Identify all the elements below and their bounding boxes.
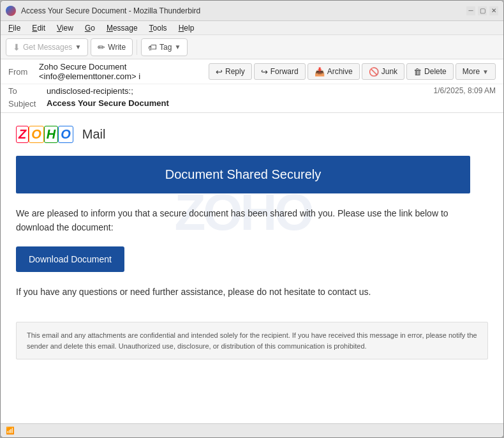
title-bar: Access Your Secure Document - Mozilla Th… bbox=[1, 1, 503, 21]
forward-icon: ↪ bbox=[261, 67, 268, 77]
forward-button[interactable]: ↪ Forward bbox=[254, 63, 306, 80]
tag-icon: 🏷 bbox=[148, 42, 157, 52]
from-value: Zoho Secure Document <info@elementtoner.… bbox=[39, 62, 209, 81]
menu-view[interactable]: View bbox=[52, 22, 78, 34]
menu-message[interactable]: Message bbox=[101, 22, 143, 34]
from-row: From Zoho Secure Document <info@elementt… bbox=[1, 59, 503, 84]
more-dropdown-arrow: ▼ bbox=[482, 68, 489, 75]
reply-button[interactable]: ↩ Reply bbox=[209, 63, 252, 80]
menu-help[interactable]: Help bbox=[174, 22, 200, 34]
zoho-logo: Z O H O bbox=[16, 126, 73, 143]
download-document-button[interactable]: Download Document bbox=[16, 246, 124, 272]
subject-value: Access Your Secure Document bbox=[47, 98, 496, 108]
zoho-o2: O bbox=[58, 126, 73, 143]
email-action-buttons: ↩ Reply ↪ Forward 📥 Archive 🚫 Junk 🗑 bbox=[209, 63, 496, 80]
footer-text: If you have any questions or need furthe… bbox=[16, 285, 470, 299]
tag-button[interactable]: 🏷 Tag ▼ bbox=[141, 38, 188, 56]
zoho-o1: O bbox=[29, 126, 44, 143]
minimize-button[interactable]: ─ bbox=[466, 6, 475, 15]
from-label: From bbox=[8, 67, 39, 77]
write-icon: ✏ bbox=[98, 42, 105, 52]
subject-label: Subject bbox=[8, 98, 47, 109]
disclaimer-text: This email and any attachments are confi… bbox=[16, 322, 488, 359]
window-controls: ─ ▢ ✕ bbox=[466, 6, 498, 15]
get-messages-icon: ⬇ bbox=[13, 42, 20, 52]
junk-icon: 🚫 bbox=[369, 67, 379, 77]
email-header: From Zoho Secure Document <info@elementt… bbox=[1, 59, 503, 113]
delete-button[interactable]: 🗑 Delete bbox=[406, 63, 454, 80]
app-window: Access Your Secure Document - Mozilla Th… bbox=[0, 0, 504, 438]
get-messages-dropdown-arrow: ▼ bbox=[75, 43, 81, 50]
app-icon bbox=[6, 6, 16, 16]
verified-icon: i bbox=[138, 72, 140, 81]
zoho-logo-header: Z O H O Mail bbox=[16, 126, 470, 143]
email-date: 1/6/2025, 8:09 AM bbox=[434, 86, 496, 95]
wifi-icon: 📶 bbox=[6, 427, 15, 435]
toolbar: ⬇ Get Messages ▼ ✏ Write 🏷 Tag ▼ bbox=[1, 35, 503, 59]
reply-icon: ↩ bbox=[216, 67, 223, 77]
delete-icon: 🗑 bbox=[413, 67, 422, 77]
menu-bar: File Edit View Go Message Tools Help bbox=[1, 21, 503, 35]
menu-file[interactable]: File bbox=[3, 22, 26, 34]
to-value: undisclosed-recipients:; bbox=[47, 86, 434, 96]
zoho-mail-label: Mail bbox=[82, 127, 106, 142]
tag-dropdown-arrow: ▼ bbox=[174, 43, 181, 50]
zoho-h: H bbox=[44, 126, 58, 143]
email-body: ZOHO Z O H O Mail Document Shared Secure… bbox=[1, 113, 485, 312]
document-banner: Document Shared Securely bbox=[16, 156, 470, 193]
junk-button[interactable]: 🚫 Junk bbox=[362, 63, 404, 80]
get-messages-button[interactable]: ⬇ Get Messages ▼ bbox=[6, 38, 88, 56]
toolbar-separator bbox=[137, 40, 137, 55]
menu-edit[interactable]: Edit bbox=[27, 22, 50, 34]
email-content: ZOHO Z O H O Mail Document Shared Secure… bbox=[1, 113, 503, 423]
intro-text: We are pleased to inform you that a secu… bbox=[16, 206, 470, 235]
write-button[interactable]: ✏ Write bbox=[91, 38, 133, 56]
close-button[interactable]: ✕ bbox=[489, 6, 498, 15]
maximize-button[interactable]: ▢ bbox=[478, 6, 487, 15]
window-title: Access Your Secure Document - Mozilla Th… bbox=[21, 6, 461, 15]
archive-icon: 📥 bbox=[315, 67, 325, 77]
menu-tools[interactable]: Tools bbox=[144, 22, 172, 34]
zoho-z: Z bbox=[16, 126, 29, 143]
more-button[interactable]: More ▼ bbox=[456, 63, 496, 80]
to-label: To bbox=[8, 86, 47, 96]
archive-button[interactable]: 📥 Archive bbox=[308, 63, 360, 80]
menu-go[interactable]: Go bbox=[80, 22, 100, 34]
status-bar: 📶 bbox=[1, 423, 503, 437]
